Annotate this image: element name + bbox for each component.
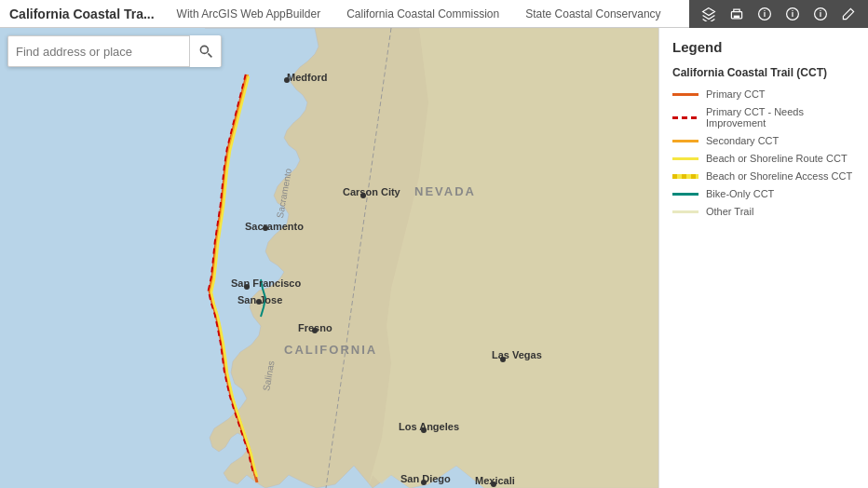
app-header: California Coastal Tra... With ArcGIS We…	[0, 0, 868, 28]
info-icon-3[interactable]: i	[807, 0, 834, 28]
legend-line-6	[672, 210, 698, 213]
nav-coastal-conservancy[interactable]: State Coastal Conservancy	[512, 7, 673, 20]
legend-item-4: Beach or Shoreline Access CCT	[672, 170, 855, 182]
nav-coastal-commission[interactable]: California Coastal Commission	[333, 7, 512, 20]
legend-line-5	[672, 193, 698, 196]
svg-point-8	[200, 46, 208, 53]
toolbar-icons: i i i	[689, 0, 868, 28]
svg-point-14	[284, 77, 290, 83]
svg-point-15	[360, 193, 366, 198]
legend-items: Primary CCTPrimary CCT - Needs Improveme…	[672, 88, 855, 217]
app-title: California Coastal Tra...	[0, 7, 164, 21]
legend-line-2	[672, 140, 698, 142]
legend-item-0: Primary CCT	[672, 88, 855, 100]
map-area[interactable]: Medford Carson City Sacramento San Franc…	[0, 28, 658, 488]
svg-point-17	[244, 284, 250, 290]
layers-icon[interactable]	[695, 0, 723, 28]
svg-point-21	[421, 427, 427, 433]
edit-icon[interactable]	[834, 0, 862, 28]
search-button[interactable]	[189, 35, 221, 67]
svg-point-18	[256, 299, 262, 305]
legend-line-3	[672, 157, 698, 160]
main-content: Medford Carson City Sacramento San Franc…	[0, 28, 868, 488]
legend-label-1: Primary CCT - Needs Improvement	[706, 106, 855, 129]
svg-text:i: i	[792, 9, 793, 19]
info-icon-2[interactable]: i	[779, 0, 807, 28]
svg-line-9	[208, 53, 211, 57]
legend-label-2: Secondary CCT	[706, 135, 779, 146]
svg-text:i: i	[820, 9, 821, 19]
map-svg	[0, 28, 658, 488]
svg-rect-1	[734, 15, 739, 17]
legend-section-title: California Coastal Trail (CCT)	[672, 66, 855, 79]
svg-text:i: i	[764, 9, 766, 19]
legend-item-3: Beach or Shoreline Route CCT	[672, 153, 855, 164]
legend-panel: Legend California Coastal Trail (CCT) Pr…	[658, 28, 868, 488]
nav-webappbuilder[interactable]: With ArcGIS Web AppBuilder	[164, 7, 334, 20]
legend-label-0: Primary CCT	[706, 88, 766, 100]
svg-point-22	[421, 480, 427, 485]
legend-label-4: Beach or Shoreline Access CCT	[706, 170, 852, 182]
search-input[interactable]	[8, 45, 189, 59]
info-icon-1[interactable]: i	[751, 0, 779, 28]
legend-line-1	[672, 116, 698, 119]
legend-label-5: Bike-Only CCT	[706, 188, 774, 199]
legend-label-3: Beach or Shoreline Route CCT	[706, 153, 848, 164]
svg-point-23	[491, 481, 496, 487]
legend-line-0	[672, 93, 698, 96]
legend-line-4	[672, 174, 698, 179]
svg-point-19	[312, 328, 318, 333]
legend-title: Legend	[672, 39, 855, 55]
svg-point-20	[500, 357, 506, 362]
legend-item-6: Other Trail	[672, 206, 855, 217]
print-icon[interactable]	[723, 0, 751, 28]
legend-item-1: Primary CCT - Needs Improvement	[672, 106, 855, 129]
legend-item-5: Bike-Only CCT	[672, 188, 855, 199]
search-bar	[7, 35, 222, 67]
legend-label-6: Other Trail	[706, 206, 753, 217]
legend-item-2: Secondary CCT	[672, 135, 855, 146]
svg-point-16	[263, 225, 268, 231]
